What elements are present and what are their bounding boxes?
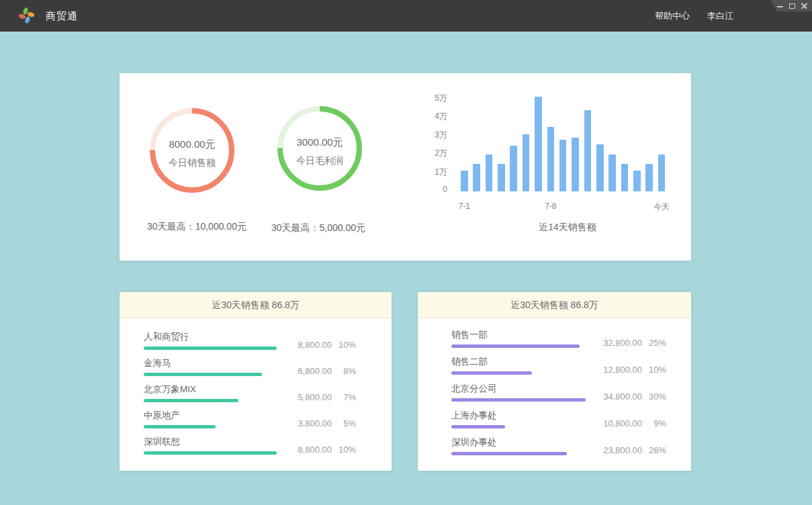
rank-row: 销售二部12,800.0010%	[451, 356, 691, 383]
y-tick-label: 0	[415, 185, 447, 194]
maximize-icon	[789, 3, 795, 9]
window-controls	[770, 0, 812, 11]
rank-row: 人和商贸行8,800.0010%	[144, 331, 392, 357]
sales-bar	[559, 140, 567, 192]
sales-bar	[523, 134, 530, 191]
rank-item-bar	[144, 347, 277, 350]
x-tick-label: 今天	[635, 201, 688, 213]
sales-bar	[608, 154, 616, 191]
y-tick-label: 1万	[415, 167, 447, 178]
maximize-button[interactable]	[788, 1, 797, 10]
y-tick-label: 3万	[415, 130, 447, 141]
rank-item-value: 5,800.00	[279, 392, 332, 402]
rank-item-value: 12,800.00	[590, 365, 642, 375]
today-profit-label: 今日毛利润	[276, 155, 363, 167]
customer-rank-card: 近30天销售额 86.8万 人和商贸行8,800.0010%金海马6,800.0…	[120, 292, 392, 471]
today-profit-value: 3000.00元	[276, 136, 363, 149]
rank-item-bar	[451, 398, 586, 402]
rank-item-value: 6,800.00	[279, 366, 332, 376]
minimize-icon	[777, 6, 783, 7]
chart-title: 近14天销售额	[500, 222, 635, 234]
help-center-link[interactable]: 帮助中心	[655, 10, 690, 22]
sales-bar	[621, 164, 629, 191]
minimize-button[interactable]	[776, 1, 784, 10]
app-window: 商贸通 帮助中心 李白江 8000.00元 今日销售额 30天最高：10,000…	[0, 0, 812, 505]
rank-item-percent: 30%	[642, 392, 666, 402]
rank-row: 上海办事处10,800.009%	[451, 410, 691, 437]
rank-item-bar	[451, 371, 532, 375]
today-summary-card: 8000.00元 今日销售额 30天最高：10,000.00元 3000.00元…	[120, 73, 691, 261]
rank-item-value: 10,800.00	[590, 418, 642, 428]
sales-bar	[572, 138, 579, 191]
department-rank-list: 销售一部32,800.0025%销售二部12,800.0010%北京分公司34,…	[418, 318, 691, 463]
rank-item-bar	[144, 373, 262, 376]
sales-bar	[658, 154, 666, 191]
app-title: 商贸通	[46, 0, 78, 32]
rank-row: 北京分公司34,800.0030%	[451, 383, 691, 410]
current-user[interactable]: 李白江	[707, 10, 733, 22]
today-profit-donut: 3000.00元 今日毛利润	[276, 105, 363, 192]
rank-item-percent: 26%	[642, 445, 666, 455]
rank-item-percent: 9%	[642, 418, 666, 428]
rank-item-value: 8,800.00	[279, 340, 332, 350]
rank-item-bar	[144, 425, 216, 428]
sales-bar	[645, 164, 653, 191]
sales-bar	[633, 171, 641, 191]
rank-row: 深圳联想8,800.0010%	[144, 436, 392, 462]
sales-bar	[498, 164, 505, 191]
close-icon	[801, 2, 808, 9]
rank-item-percent: 10%	[332, 445, 356, 455]
titlebar: 商贸通 帮助中心 李白江	[0, 0, 812, 32]
x-tick-label: 7-1	[437, 201, 491, 211]
rank-item-percent: 10%	[332, 340, 356, 350]
rank-item-value: 32,800.00	[590, 338, 642, 348]
sales-bar	[510, 146, 517, 191]
rank-item-bar	[451, 452, 567, 455]
pinwheel-icon	[17, 6, 36, 25]
rank-item-bar	[144, 451, 277, 455]
rank-row: 深圳办事处23,800.0026%	[451, 437, 691, 463]
rank-row: 北京万象MIX5,800.007%	[144, 383, 392, 410]
x-tick-label: 7-8	[524, 201, 578, 211]
sales-bar	[486, 154, 493, 191]
sales-bar	[547, 127, 555, 191]
rank-item-bar	[451, 425, 505, 428]
rank-item-percent: 7%	[332, 392, 356, 402]
y-tick-label: 4万	[415, 111, 447, 122]
rank-item-bar	[144, 399, 238, 402]
bar-series	[461, 92, 672, 191]
sales-bar	[473, 164, 480, 191]
sales-bar	[535, 97, 542, 191]
profit-30d-max: 30天最高：5,000.00元	[244, 222, 392, 234]
rank-row: 中原地产3,800.005%	[144, 410, 392, 436]
rank-row: 销售一部32,800.0025%	[451, 329, 691, 356]
rank-item-percent: 8%	[332, 366, 356, 376]
rank-item-value: 23,800.00	[590, 445, 642, 455]
y-tick-label: 2万	[415, 148, 447, 159]
sales-bar	[596, 144, 604, 192]
sales-bar	[584, 110, 592, 191]
today-sales-donut: 8000.00元 今日销售额	[148, 107, 236, 194]
rank-item-value: 3,800.00	[279, 418, 332, 428]
today-sales-value: 8000.00元	[148, 138, 236, 151]
rank-item-percent: 10%	[642, 365, 666, 375]
customer-rank-title: 近30天销售额 86.8万	[120, 292, 392, 318]
rank-row: 金海马6,800.008%	[144, 357, 392, 383]
rank-item-value: 8,800.00	[279, 445, 332, 455]
department-rank-title: 近30天销售额 86.8万	[418, 292, 691, 318]
chart-x-axis: 7-17-8今天	[461, 201, 672, 211]
rank-item-value: 34,800.00	[590, 392, 642, 402]
customer-rank-list: 人和商贸行8,800.0010%金海马6,800.008%北京万象MIX5,80…	[120, 318, 392, 462]
sales-bar	[461, 171, 468, 191]
department-rank-card: 近30天销售额 86.8万 销售一部32,800.0025%销售二部12,800…	[418, 292, 691, 471]
chart-y-axis: 01万2万3万4万5万	[415, 73, 447, 208]
rank-item-bar	[451, 345, 580, 348]
close-button[interactable]	[800, 1, 809, 10]
y-tick-label: 5万	[415, 93, 447, 104]
rank-item-percent: 25%	[642, 338, 666, 348]
rank-item-percent: 5%	[332, 418, 356, 428]
today-sales-label: 今日销售额	[148, 157, 236, 169]
